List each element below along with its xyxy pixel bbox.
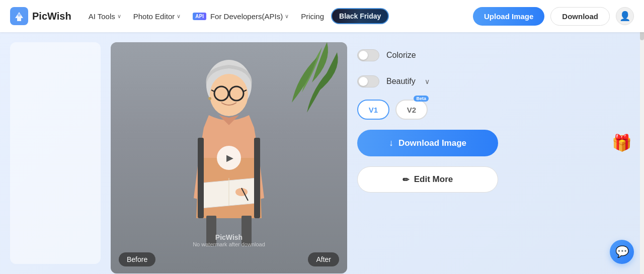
main-content: PicWish No watermark after download Befo… xyxy=(0,32,644,274)
plant-decoration xyxy=(267,42,342,145)
upload-image-button[interactable]: Upload Image xyxy=(473,7,544,26)
colorize-toggle[interactable] xyxy=(357,49,379,61)
logo-text: PicWish xyxy=(32,11,71,22)
image-container: PicWish No watermark after download Befo… xyxy=(111,42,347,273)
left-sidebar xyxy=(10,42,101,264)
beta-badge: Beta xyxy=(414,96,429,102)
edit-more-button[interactable]: ✏ Edit More xyxy=(357,166,498,193)
watermark: PicWish No watermark after download xyxy=(193,233,265,247)
header: PicWish AI Tools ∨ Photo Editor ∨ API Fo… xyxy=(0,0,644,32)
gift-emoji: 🎁 xyxy=(612,133,632,152)
beautify-label: Beautify xyxy=(386,77,416,86)
nav-photo-editor[interactable]: Photo Editor ∨ xyxy=(128,9,186,24)
nav-for-developers[interactable]: API For Developers(APIs) ∨ xyxy=(188,9,294,24)
svg-point-15 xyxy=(208,97,211,100)
before-after-bar: Before After xyxy=(111,252,347,273)
beautify-row: Beautify ∨ xyxy=(357,73,498,89)
scrollbar[interactable] xyxy=(640,0,644,274)
version-v2-button[interactable]: V2 Beta xyxy=(395,100,428,120)
play-button[interactable] xyxy=(217,146,241,170)
right-panel: Colorize Beautify ∨ V1 V2 Beta ↓ Downloa… xyxy=(357,42,498,193)
user-avatar[interactable]: 👤 xyxy=(616,7,634,25)
chat-icon: 💬 xyxy=(615,245,629,258)
before-label: Before xyxy=(119,252,155,266)
beautify-chevron-icon[interactable]: ∨ xyxy=(425,77,430,85)
beautify-toggle[interactable] xyxy=(357,75,379,87)
chat-button[interactable]: 💬 xyxy=(610,240,634,264)
logo-icon xyxy=(10,7,28,25)
ai-tools-chevron-icon: ∨ xyxy=(117,13,121,20)
user-icon: 👤 xyxy=(619,11,630,22)
nav-ai-tools[interactable]: AI Tools ∨ xyxy=(84,9,126,24)
download-button[interactable]: Download xyxy=(550,7,610,26)
black-friday-badge[interactable]: Black Friday xyxy=(331,8,389,24)
edit-pen-icon: ✏ xyxy=(403,175,409,185)
colorize-row: Colorize xyxy=(357,47,498,63)
logo[interactable]: PicWish xyxy=(10,7,71,25)
photo-editor-chevron-icon: ∨ xyxy=(177,13,181,20)
after-label: After xyxy=(308,252,339,266)
download-arrow-icon: ↓ xyxy=(389,138,393,148)
developers-chevron-icon: ∨ xyxy=(285,13,289,20)
svg-point-9 xyxy=(235,188,248,196)
watermark-sub-text: No watermark after download xyxy=(193,241,265,247)
version-v1-button[interactable]: V1 xyxy=(357,100,389,120)
svg-rect-13 xyxy=(198,138,204,218)
header-right: Upload Image Download 👤 xyxy=(473,7,634,26)
svg-rect-14 xyxy=(254,138,260,218)
gift-icon[interactable]: 🎁 xyxy=(610,131,634,155)
download-image-button[interactable]: ↓ Download Image xyxy=(357,130,498,156)
version-row: V1 V2 Beta xyxy=(357,100,498,120)
watermark-logo-text: PicWish xyxy=(193,233,265,241)
api-badge: API xyxy=(193,13,206,20)
nav-pricing[interactable]: Pricing xyxy=(296,9,329,24)
svg-point-1 xyxy=(18,14,21,17)
nav: AI Tools ∨ Photo Editor ∨ API For Develo… xyxy=(84,8,473,24)
colorize-label: Colorize xyxy=(386,51,416,60)
